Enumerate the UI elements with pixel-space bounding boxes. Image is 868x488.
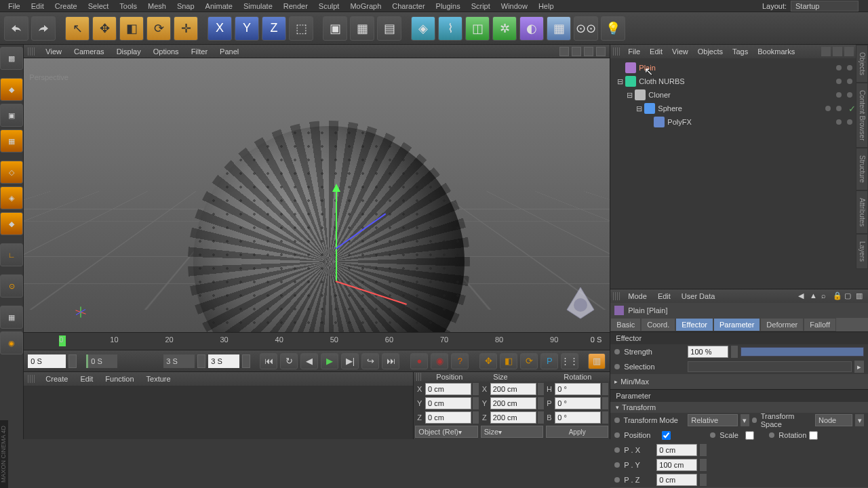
pz-field[interactable] bbox=[656, 474, 697, 486]
current-frame-field[interactable]: 0 S bbox=[28, 354, 66, 368]
sidetab-attributes[interactable]: Attributes bbox=[856, 190, 868, 234]
anim-dot-icon[interactable] bbox=[614, 462, 620, 468]
coord-system-button[interactable]: ⬚ bbox=[289, 16, 313, 41]
rotation-checkbox[interactable] bbox=[809, 431, 818, 440]
vp-nav-toggle-icon[interactable] bbox=[596, 47, 606, 56]
layout-dropdown[interactable]: Startup bbox=[791, 1, 859, 12]
layer-dot-icon[interactable] bbox=[836, 119, 842, 125]
attr-tab[interactable]: Deformer bbox=[760, 318, 804, 331]
snap-button[interactable]: ⊙ bbox=[0, 274, 23, 298]
strength-field[interactable] bbox=[688, 346, 728, 358]
coord-apply-button[interactable]: Apply bbox=[546, 426, 608, 438]
menu-edit[interactable]: Edit bbox=[26, 1, 50, 12]
spinner-icon[interactable] bbox=[602, 411, 608, 424]
layer-dot-icon[interactable] bbox=[825, 106, 831, 111]
transform-mode-dropdown[interactable]: Relative bbox=[688, 414, 738, 426]
sidetab-layers[interactable]: Layers bbox=[856, 234, 868, 269]
om-eye-icon[interactable] bbox=[844, 47, 854, 56]
anim-dot-icon[interactable] bbox=[752, 418, 757, 423]
z-axis-lock-button[interactable]: Z bbox=[262, 16, 286, 41]
layer-dot-icon[interactable] bbox=[836, 92, 842, 98]
anim-dot-icon[interactable] bbox=[614, 477, 620, 483]
goto-start-button[interactable]: ⏮ bbox=[260, 353, 277, 369]
coord-size-dropdown[interactable]: Size ▾ bbox=[481, 426, 543, 438]
loop-button[interactable]: ↻ bbox=[280, 353, 298, 369]
vp-nav-move-icon[interactable] bbox=[559, 47, 569, 56]
expand-toggle[interactable]: ⊟ bbox=[625, 91, 633, 100]
menu-select[interactable]: Select bbox=[83, 1, 115, 12]
anim-dot-icon[interactable] bbox=[614, 349, 620, 354]
menu-window[interactable]: Window bbox=[496, 1, 533, 12]
spinner-icon[interactable] bbox=[473, 383, 479, 395]
vp-menu-cameras[interactable]: Cameras bbox=[68, 46, 110, 57]
menu-snap[interactable]: Snap bbox=[172, 1, 200, 12]
workplane-button[interactable]: ▦ bbox=[0, 129, 23, 152]
timeline-ruler[interactable]: 0 10 20 30 40 50 60 70 80 90 0 S bbox=[24, 332, 610, 350]
play-button[interactable]: ▶ bbox=[321, 353, 338, 369]
object-name[interactable]: Cloth NURBS bbox=[637, 77, 684, 85]
rotation-field[interactable] bbox=[555, 411, 601, 424]
attr-menu-edit[interactable]: Edit bbox=[652, 291, 676, 302]
material-list[interactable] bbox=[24, 386, 413, 439]
object-name[interactable]: Sphere bbox=[656, 104, 682, 113]
attr-tab[interactable]: Falloff bbox=[804, 318, 836, 331]
object-name[interactable]: Cloner bbox=[647, 91, 670, 99]
menu-plugins[interactable]: Plugins bbox=[431, 1, 466, 12]
anim-dot-icon[interactable] bbox=[614, 418, 619, 423]
menu-create[interactable]: Create bbox=[50, 1, 83, 12]
menu-simulate[interactable]: Simulate bbox=[238, 1, 278, 12]
animation-layer-button[interactable]: ▥ bbox=[588, 353, 606, 369]
attr-nav-up-icon[interactable]: ▲ bbox=[810, 291, 819, 301]
attr-tab[interactable]: Coord. bbox=[641, 318, 675, 331]
attr-list-icon[interactable]: ▥ bbox=[856, 291, 865, 301]
vp-menu-filter[interactable]: Filter bbox=[186, 46, 213, 57]
light-button[interactable]: 💡 bbox=[601, 16, 625, 41]
strength-slider[interactable] bbox=[741, 347, 864, 357]
position-field[interactable] bbox=[425, 383, 471, 395]
spinner-icon[interactable] bbox=[197, 354, 205, 368]
position-field[interactable] bbox=[425, 397, 471, 409]
transform-subsection[interactable]: Transform bbox=[610, 402, 868, 413]
om-menu-tags[interactable]: Tags bbox=[728, 46, 752, 57]
coord-mode-dropdown[interactable]: Object (Rel) ▾ bbox=[415, 426, 477, 438]
generator-button[interactable]: ◫ bbox=[465, 16, 490, 41]
undo-button[interactable] bbox=[4, 16, 28, 41]
attr-menu-userdata[interactable]: User Data bbox=[676, 291, 721, 302]
render-settings-button[interactable]: ▤ bbox=[377, 16, 401, 41]
vp-menu-options[interactable]: Options bbox=[148, 46, 184, 57]
perspective-viewport[interactable]: Perspective bbox=[24, 58, 610, 332]
mat-menu-create[interactable]: Create bbox=[40, 373, 73, 384]
layer-dot-icon[interactable] bbox=[847, 119, 852, 125]
goto-next-key-button[interactable]: ↪ bbox=[361, 353, 379, 369]
locked-workplane-button[interactable]: ▦ bbox=[0, 306, 23, 329]
attr-tab[interactable]: Effector bbox=[675, 318, 713, 331]
spinner-icon[interactable] bbox=[473, 411, 479, 424]
menu-render[interactable]: Render bbox=[278, 1, 313, 12]
redo-button[interactable] bbox=[31, 16, 56, 41]
vp-nav-rotate-icon[interactable] bbox=[584, 47, 593, 56]
om-menu-edit[interactable]: Edit bbox=[646, 46, 667, 57]
expand-toggle[interactable]: ⊟ bbox=[616, 77, 624, 86]
mat-menu-texture[interactable]: Texture bbox=[141, 373, 176, 384]
deformer-button[interactable]: ◐ bbox=[519, 16, 544, 41]
om-home-icon[interactable] bbox=[833, 47, 842, 56]
position-checkbox[interactable] bbox=[662, 431, 671, 440]
record-key-button[interactable]: ● bbox=[410, 353, 428, 369]
hierarchy-item[interactable]: ⊟ Sphere bbox=[612, 102, 867, 115]
object-name[interactable]: PolyFX bbox=[666, 118, 691, 126]
attr-nav-back-icon[interactable]: ◀ bbox=[798, 291, 808, 301]
planar-workplane-button[interactable]: ◉ bbox=[0, 331, 23, 354]
render-view-button[interactable]: ▣ bbox=[323, 16, 347, 41]
key-rotation-button[interactable]: ⟳ bbox=[520, 353, 538, 369]
object-tree[interactable]: ↖ Plain ⊟ Cloth NURBS ⊟ Cloner ⊟ Sphere bbox=[610, 58, 868, 289]
spinner-icon[interactable] bbox=[473, 397, 479, 409]
spline-button[interactable]: ⌇ bbox=[438, 16, 462, 41]
spinner-icon[interactable] bbox=[602, 397, 608, 409]
menu-mograph[interactable]: MoGraph bbox=[344, 1, 387, 12]
spinner-icon[interactable] bbox=[538, 383, 544, 395]
navigation-compass-icon[interactable] bbox=[564, 286, 597, 320]
environment-button[interactable]: ▦ bbox=[547, 16, 571, 41]
live-select-button[interactable]: ↖ bbox=[65, 16, 90, 41]
layer-dot-icon[interactable] bbox=[836, 79, 842, 84]
vp-menu-view[interactable]: View bbox=[40, 46, 67, 57]
